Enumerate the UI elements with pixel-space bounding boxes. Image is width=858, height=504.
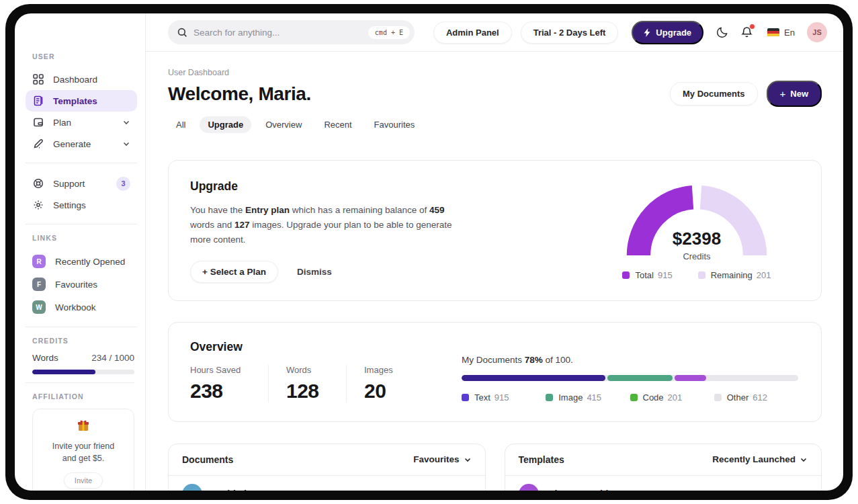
bar-segment-image: [607, 375, 673, 381]
affiliation-card: Invite your friend and get $5. Invite: [32, 409, 134, 491]
gift-icon: [77, 419, 90, 435]
language-label[interactable]: En: [784, 28, 795, 38]
sidebar-section-credits: CREDITS: [15, 337, 145, 345]
link-label: Workbook: [55, 302, 96, 312]
documents-card-title: Documents: [182, 454, 233, 465]
page-title: Welcome, Maria.: [168, 83, 311, 105]
overview-card: Overview Hours Saved 238 Words 128 Image…: [168, 322, 822, 422]
sidebar-item-support[interactable]: Support 3: [26, 173, 137, 194]
sidebar-item-plan[interactable]: Plan: [26, 112, 137, 133]
sidebar-item-label: Dashboard: [53, 75, 97, 85]
legend-item-image: Image 415: [546, 392, 630, 403]
divider: [26, 163, 137, 163]
chevron-down-icon: [122, 140, 130, 148]
sidebar-section-affiliation: AFFILIATION: [15, 392, 145, 401]
trial-status-button[interactable]: Trial - 2 Days Left: [521, 22, 619, 44]
template-avatar: [519, 484, 539, 491]
upgrade-card-title: Upgrade: [190, 179, 467, 194]
notifications-bell-icon[interactable]: [741, 26, 753, 38]
template-title: Blog Post Title: [548, 489, 614, 491]
wallet-icon: [32, 116, 44, 128]
lifebuoy-icon: [32, 177, 44, 190]
affiliation-text-line2: and get $5.: [40, 452, 127, 464]
stacked-bar-legend: Text 915 Image 415 Code 201: [462, 392, 798, 403]
link-badge: W: [32, 300, 46, 314]
documents-card: Documents Favourites Untitled Document i…: [168, 444, 486, 491]
link-label: Favourites: [55, 280, 97, 290]
overview-card-right: My Documents 78% of 100. Text 915: [462, 340, 798, 403]
stacked-bar-chart: [462, 375, 798, 381]
document-avatar: [182, 484, 202, 491]
sidebar-link-recently-opened[interactable]: R Recently Opened: [26, 250, 137, 273]
upgrade-card: Upgrade You have the Entry plan which ha…: [168, 160, 822, 301]
legend-item-total: Total 915: [622, 270, 672, 280]
sidebar-link-favourites[interactable]: F Favourites: [26, 273, 137, 296]
document-icon: [32, 95, 44, 107]
invite-button[interactable]: Invite: [64, 472, 103, 489]
stat-words: Words 128: [268, 365, 346, 403]
link-badge: R: [32, 255, 46, 268]
credits-gauge: $2398 Credits Total 915 Remaining: [613, 179, 781, 283]
legend-swatch: [630, 394, 638, 401]
legend-swatch: [462, 394, 469, 401]
tab-upgrade[interactable]: Upgrade: [200, 116, 251, 133]
documents-progress-label: My Documents 78% of 100.: [462, 355, 798, 365]
search-input[interactable]: Search for anything... cmd + E: [168, 20, 415, 44]
select-plan-button[interactable]: + Select a Plan: [190, 261, 278, 283]
topbar: Search for anything... cmd + E Admin Pan…: [146, 13, 843, 52]
admin-panel-button[interactable]: Admin Panel: [433, 22, 512, 44]
template-list-item[interactable]: Blog Post Title in Workbook: [505, 476, 822, 491]
sidebar-item-label: Support: [53, 179, 85, 189]
user-avatar[interactable]: JS: [807, 22, 827, 42]
sidebar-section-user: USER: [15, 52, 145, 60]
sidebar-item-label: Generate: [53, 139, 91, 149]
notification-dot: [750, 24, 755, 29]
my-documents-button[interactable]: My Documents: [670, 82, 757, 106]
sidebar-item-dashboard[interactable]: Dashboard: [26, 69, 137, 90]
breadcrumb: User Dashboard: [168, 68, 822, 77]
gauge-value: $2398: [619, 228, 774, 249]
credits-value: 234 / 1000: [91, 353, 134, 363]
sidebar-item-settings[interactable]: Settings: [26, 194, 137, 216]
dark-mode-toggle[interactable]: [716, 26, 728, 38]
sidebar-nav: Dashboard Templates Plan: [15, 69, 145, 327]
legend-swatch: [622, 271, 630, 279]
sidebar-link-workbook[interactable]: W Workbook: [26, 296, 137, 319]
keyboard-shortcut-badge: cmd + E: [368, 26, 410, 39]
overview-card-left: Overview Hours Saved 238 Words 128 Image…: [190, 340, 424, 403]
templates-filter-dropdown[interactable]: Recently Launched: [712, 454, 808, 464]
link-badge: F: [32, 278, 46, 291]
chevron-down-icon: [800, 456, 808, 464]
tab-favourites[interactable]: Favourites: [366, 116, 423, 133]
divider: [26, 327, 137, 327]
divider: [26, 224, 137, 224]
overview-card-title: Overview: [190, 340, 424, 354]
overview-stats: Hours Saved 238 Words 128 Images 20: [190, 365, 424, 403]
new-button[interactable]: + New: [767, 81, 822, 107]
tab-overview[interactable]: Overview: [257, 116, 310, 133]
documents-filter-dropdown[interactable]: Favourites: [413, 454, 471, 464]
device-frame: USER Dashboard Templates Plan: [5, 4, 853, 500]
sidebar-section-links: LINKS: [26, 234, 137, 242]
tab-recent[interactable]: Recent: [316, 116, 359, 133]
support-count-badge: 3: [116, 177, 130, 191]
stat-hours-saved: Hours Saved 238: [190, 365, 268, 403]
legend-swatch: [698, 271, 705, 279]
legend-swatch: [546, 394, 553, 401]
avatar-initials: JS: [812, 28, 821, 36]
document-list-item[interactable]: Untitled Document in Workbook: [169, 476, 485, 491]
upgrade-button[interactable]: Upgrade: [632, 21, 703, 44]
language-flag-germany[interactable]: [767, 28, 779, 37]
tab-all[interactable]: All: [168, 116, 194, 133]
upgrade-card-description: You have the Entry plan which has a rema…: [190, 203, 467, 247]
templates-card-title: Templates: [519, 454, 564, 465]
sidebar-item-templates[interactable]: Templates: [26, 90, 137, 112]
search-icon: [177, 28, 187, 38]
sidebar-item-label: Plan: [53, 118, 71, 128]
legend-item-text: Text 915: [462, 392, 546, 403]
credits-type-label: Words: [32, 353, 58, 363]
stat-images: Images 20: [346, 365, 424, 403]
main-content: User Dashboard Welcome, Maria. My Docume…: [146, 52, 843, 491]
dismiss-button[interactable]: Dismiss: [297, 267, 332, 277]
sidebar-item-generate[interactable]: Generate: [26, 133, 137, 155]
